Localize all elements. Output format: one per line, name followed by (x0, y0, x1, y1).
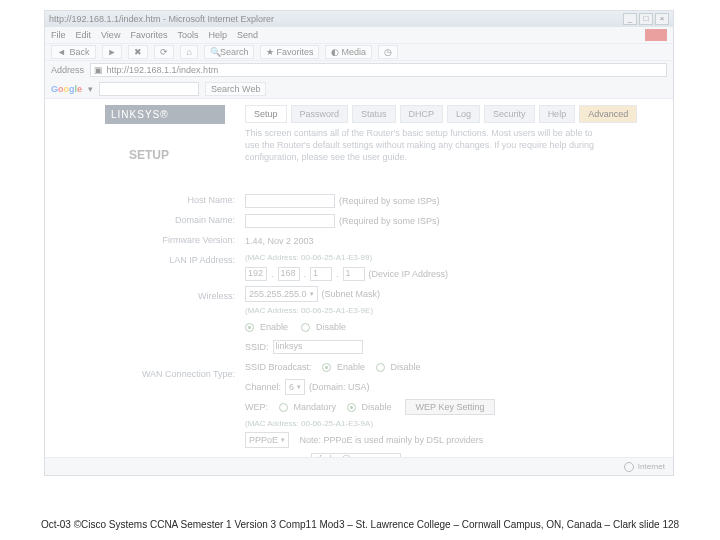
subnet-mask-label: (Subnet Mask) (322, 289, 381, 299)
firmware-value: 1.44, Nov 2 2003 (245, 236, 314, 246)
tab-dhcp[interactable]: DHCP (400, 105, 444, 123)
send-icon[interactable]: Send (237, 30, 258, 40)
label-firmware: Firmware Version: (125, 233, 235, 247)
ssid-input[interactable]: linksys (273, 340, 363, 354)
tab-security[interactable]: Security (484, 105, 535, 123)
page-icon: ▣ (94, 65, 104, 75)
lan-ip-4[interactable]: 1 (343, 267, 365, 281)
domainname-hint: (Required by some ISPs) (339, 216, 440, 226)
menu-edit[interactable]: Edit (76, 30, 92, 40)
hostname-input[interactable] (245, 194, 335, 208)
search-icon: 🔍 (210, 47, 220, 57)
device-ip-label: (Device IP Address) (369, 269, 448, 279)
back-button[interactable]: ◄ Back (51, 45, 96, 60)
channel-select[interactable]: 6 (285, 379, 305, 395)
tab-help[interactable]: Help (539, 105, 576, 123)
stop-button[interactable]: ✖ (128, 45, 148, 59)
ssid-broadcast-disable-radio[interactable] (376, 363, 385, 372)
home-button[interactable]: ⌂ (180, 45, 197, 59)
wireless-enable-radio[interactable] (245, 323, 254, 332)
label-hostname: Host Name: (125, 193, 235, 207)
menu-tools[interactable]: Tools (177, 30, 198, 40)
google-toolbar: Google ▾ Search Web (45, 79, 673, 99)
wan-mac-label: (MAC Address: 00-06-25-A1-E3-9A) (245, 419, 605, 428)
menu-view[interactable]: View (101, 30, 120, 40)
ssid-broadcast-label: SSID Broadcast: (245, 362, 312, 372)
tab-row: Setup Password Status DHCP Log Security … (245, 105, 637, 123)
favorites-button[interactable]: ★Favorites (260, 45, 319, 60)
ssid-broadcast-enable-radio[interactable] (322, 363, 331, 372)
tab-setup[interactable]: Setup (245, 105, 287, 123)
address-bar: Address ▣ http://192.168.1.1/index.htm (45, 61, 673, 79)
google-search-input[interactable] (99, 82, 199, 96)
menu-help[interactable]: Help (208, 30, 227, 40)
internet-zone-icon (624, 462, 634, 472)
window-title: http://192.168.1.1/index.htm - Microsoft… (49, 14, 621, 24)
refresh-button[interactable]: ⟳ (154, 45, 174, 59)
wan-type-select[interactable]: PPPoE (245, 432, 289, 448)
star-icon: ★ (266, 47, 276, 57)
tab-status[interactable]: Status (352, 105, 396, 123)
wlan-mac-label: (MAC Address: 00-06-25-A1-E3-9E) (245, 306, 605, 315)
google-search-web-button[interactable]: Search Web (205, 82, 266, 96)
menu-favorites[interactable]: Favorites (130, 30, 167, 40)
history-button[interactable]: ◷ (378, 45, 398, 59)
channel-domain: (Domain: USA) (309, 382, 370, 392)
media-icon: ◐ (331, 47, 341, 57)
lan-ip-1[interactable]: 192 (245, 267, 267, 281)
media-button[interactable]: ◐Media (325, 45, 372, 60)
tab-password[interactable]: Password (291, 105, 349, 123)
wireless-disable-radio[interactable] (301, 323, 310, 332)
zone-label: Internet (638, 462, 665, 471)
label-wanconn: WAN Connection Type: (125, 367, 235, 381)
hostname-hint: (Required by some ISPs) (339, 196, 440, 206)
domainname-input[interactable] (245, 214, 335, 228)
address-input[interactable]: ▣ http://192.168.1.1/index.htm (90, 63, 667, 77)
wan-type-note: Note: PPPoE is used mainly by DSL provid… (300, 435, 484, 445)
wep-disable-radio[interactable] (347, 403, 356, 412)
minimize-button[interactable]: _ (623, 13, 637, 25)
channel-label: Channel: (245, 382, 281, 392)
address-label: Address (51, 65, 84, 75)
ssid-label: SSID: (245, 342, 269, 352)
status-bar: Internet (45, 457, 673, 475)
wep-label: WEP: (245, 402, 268, 412)
maximize-button[interactable]: □ (639, 13, 653, 25)
lan-mac-label: (MAC Address: 00-06-25-A1-E3-99) (245, 253, 605, 262)
wep-key-setting-button[interactable]: WEP Key Setting (405, 399, 496, 415)
slide-footer: Oct-03 ©Cisco Systems CCNA Semester 1 Ve… (0, 519, 720, 530)
close-button[interactable]: × (655, 13, 669, 25)
label-column: Host Name: Domain Name: Firmware Version… (125, 193, 235, 387)
ie-logo-icon (645, 29, 667, 41)
tab-advanced[interactable]: Advanced (579, 105, 637, 123)
search-button[interactable]: 🔍Search (204, 45, 255, 60)
linksys-logo: LINKSYS® (105, 105, 225, 124)
lan-ip-3[interactable]: 1 (310, 267, 332, 281)
form-area: (Required by some ISPs) (Required by som… (245, 193, 605, 457)
page-content: LINKSYS® SETUP Setup Password Status DHC… (45, 99, 673, 457)
tab-log[interactable]: Log (447, 105, 480, 123)
browser-window: http://192.168.1.1/index.htm - Microsoft… (44, 10, 674, 476)
google-logo: Google (51, 84, 82, 94)
subnet-mask-select[interactable]: 255.255.255.0 (245, 286, 318, 302)
label-domainname: Domain Name: (125, 213, 235, 227)
tool-bar: ◄ Back ► ✖ ⟳ ⌂ 🔍Search ★Favorites ◐Media… (45, 43, 673, 61)
back-arrow-icon: ◄ (57, 47, 67, 57)
forward-button[interactable]: ► (102, 45, 123, 59)
menu-file[interactable]: File (51, 30, 66, 40)
title-bar: http://192.168.1.1/index.htm - Microsoft… (45, 11, 673, 27)
menu-bar: File Edit View Favorites Tools Help Send (45, 27, 673, 43)
setup-description: This screen contains all of the Router's… (245, 127, 595, 163)
setup-heading: SETUP (129, 148, 225, 162)
wep-mandatory-radio[interactable] (279, 403, 288, 412)
lan-ip-2[interactable]: 168 (278, 267, 300, 281)
label-wireless: Wireless: (125, 289, 235, 303)
label-lanip: LAN IP Address: (125, 253, 235, 267)
